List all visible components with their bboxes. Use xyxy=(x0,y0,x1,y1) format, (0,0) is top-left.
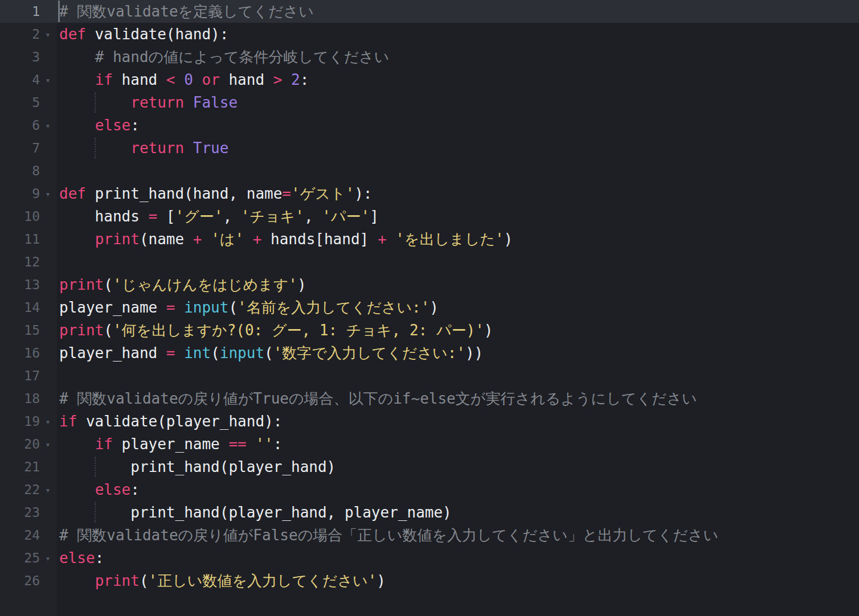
fold-arrow-icon[interactable]: ▾ xyxy=(41,114,55,137)
code-text[interactable]: def print_hand(hand, name='ゲスト'): xyxy=(57,182,859,205)
code-token: else xyxy=(95,117,131,134)
code-line[interactable]: 20▾ if player_name == '': xyxy=(0,433,859,455)
code-line[interactable]: 12 xyxy=(0,250,859,273)
line-gutter: 17 xyxy=(0,364,57,387)
code-line[interactable]: 22▾ else: xyxy=(0,478,859,501)
fold-arrow-icon[interactable]: ▾ xyxy=(41,547,55,570)
fold-arrow-icon[interactable]: ▾ xyxy=(41,69,55,92)
code-line[interactable]: 21 print_hand(player_hand) xyxy=(0,455,859,478)
code-token: ( xyxy=(228,299,238,316)
code-token: ( xyxy=(264,344,273,362)
code-token: print_hand(player_hand, player_name) xyxy=(59,504,452,521)
code-line[interactable]: 19▾if validate(player_hand): xyxy=(0,410,859,433)
fold-arrow-icon[interactable]: ▾ xyxy=(41,183,55,206)
code-text[interactable] xyxy=(57,250,859,273)
code-text[interactable]: print('じゃんけんをはじめます') xyxy=(57,273,859,296)
code-line[interactable]: 5 return False xyxy=(0,91,859,114)
code-editor[interactable]: 1# 関数validateを定義してください2▾def validate(han… xyxy=(0,0,859,616)
fold-arrow-icon[interactable]: ▾ xyxy=(41,23,55,46)
code-text[interactable]: else: xyxy=(57,478,859,501)
code-text[interactable]: # 関数validateの戻り値がTrueの場合、以下のif~else文が実行さ… xyxy=(57,387,859,410)
code-text[interactable]: if player_name == '': xyxy=(57,433,859,455)
code-text[interactable]: print('何を出しますか?(0: グー, 1: チョキ, 2: パー)') xyxy=(57,319,859,342)
code-line[interactable]: 11 print(name + 'は' + hands[hand] + 'を出し… xyxy=(0,228,859,250)
code-token: if xyxy=(59,413,77,430)
code-line[interactable]: 1# 関数validateを定義してください xyxy=(0,0,859,23)
code-text[interactable]: return True xyxy=(57,137,859,159)
fold-arrow-icon[interactable]: ▾ xyxy=(41,479,55,502)
code-token: '名前を入力してください:' xyxy=(238,299,429,316)
code-line[interactable]: 6▾ else: xyxy=(0,114,859,137)
code-text[interactable]: def validate(hand): xyxy=(57,23,859,46)
code-token: '何を出しますか?(0: グー, 1: チョキ, 2: パー)' xyxy=(113,322,484,339)
line-gutter: 1 xyxy=(0,0,57,23)
code-line[interactable]: 17 xyxy=(0,364,859,387)
code-line[interactable]: 9▾def print_hand(hand, name='ゲスト'): xyxy=(0,182,859,205)
code-token: input xyxy=(184,299,228,316)
code-text[interactable]: else: xyxy=(57,114,859,137)
code-text[interactable]: print_hand(player_hand, player_name) xyxy=(57,501,859,524)
code-line[interactable]: 25▾else: xyxy=(0,547,859,569)
code-token: if xyxy=(95,436,113,453)
line-number: 11 xyxy=(24,228,40,250)
line-number: 4 xyxy=(32,68,40,91)
code-line[interactable]: 18# 関数validateの戻り値がTrueの場合、以下のif~else文が実… xyxy=(0,387,859,410)
line-gutter: 20▾ xyxy=(0,433,57,455)
code-text[interactable]: print_hand(player_hand) xyxy=(57,455,859,478)
code-token: 0 xyxy=(184,71,193,88)
code-line[interactable]: 16player_hand = int(input('数字で入力してください:'… xyxy=(0,342,859,364)
code-token: 'グー' xyxy=(175,208,223,225)
code-token xyxy=(387,231,396,248)
code-line[interactable]: 4▾ if hand < 0 or hand > 2: xyxy=(0,68,859,91)
code-text[interactable]: if validate(player_hand): xyxy=(57,410,859,433)
code-line[interactable]: 10 hands = ['グー', 'チョキ', 'パー'] xyxy=(0,205,859,228)
code-text[interactable]: return False xyxy=(57,91,859,114)
code-line[interactable]: 13print('じゃんけんをはじめます') xyxy=(0,273,859,296)
code-line[interactable]: 15print('何を出しますか?(0: グー, 1: チョキ, 2: パー)'… xyxy=(0,319,859,342)
code-text[interactable]: print(name + 'は' + hands[hand] + 'を出しました… xyxy=(57,228,859,250)
code-line[interactable]: 26 print('正しい数値を入力してください') xyxy=(0,569,859,592)
line-number: 16 xyxy=(24,342,40,364)
code-text[interactable]: if hand < 0 or hand > 2: xyxy=(57,68,859,91)
code-token: = xyxy=(149,208,158,225)
code-text[interactable]: print('正しい数値を入力してください') xyxy=(57,569,859,592)
code-text[interactable]: else: xyxy=(57,547,859,569)
code-text[interactable]: # 関数validateの戻り値がFalseの場合「正しい数値を入力してください… xyxy=(57,524,859,547)
line-gutter: 10 xyxy=(0,205,57,228)
code-token: ( xyxy=(140,572,149,589)
code-text[interactable]: hands = ['グー', 'チョキ', 'パー'] xyxy=(57,205,859,228)
line-number: 2 xyxy=(32,23,40,46)
code-token: print_hand(player_hand) xyxy=(59,458,336,475)
code-line[interactable]: 23 print_hand(player_hand, player_name) xyxy=(0,501,859,524)
line-number: 24 xyxy=(24,524,40,547)
code-line[interactable]: 3 # handの値によって条件分岐してください xyxy=(0,46,859,68)
fold-arrow-icon[interactable]: ▾ xyxy=(41,433,55,456)
code-token xyxy=(247,436,256,453)
code-token: ( xyxy=(104,276,113,293)
code-text[interactable] xyxy=(57,364,859,387)
line-number: 9 xyxy=(32,182,40,205)
line-number: 15 xyxy=(24,319,40,342)
code-token: print xyxy=(95,572,140,589)
code-token: > xyxy=(273,71,283,88)
code-text[interactable]: player_hand = int(input('数字で入力してください:')) xyxy=(57,342,859,364)
code-line[interactable]: 2▾def validate(hand): xyxy=(0,23,859,46)
line-number: 13 xyxy=(24,273,40,296)
code-text[interactable]: # 関数validateを定義してください xyxy=(57,0,859,23)
code-token xyxy=(59,572,95,589)
fold-arrow-icon[interactable]: ▾ xyxy=(41,410,55,433)
code-text[interactable]: # handの値によって条件分岐してください xyxy=(57,46,859,68)
code-line[interactable]: 14player_name = input('名前を入力してください:') xyxy=(0,296,859,319)
code-token: = xyxy=(282,185,291,202)
code-token xyxy=(175,299,185,316)
code-token: < xyxy=(166,71,175,88)
code-line[interactable]: 8 xyxy=(0,159,859,182)
code-text[interactable] xyxy=(57,159,859,182)
code-line[interactable]: 7 return True xyxy=(0,137,859,159)
code-token: if xyxy=(95,71,113,88)
code-token: (name xyxy=(140,231,193,248)
code-line[interactable]: 24# 関数validateの戻り値がFalseの場合「正しい数値を入力してくだ… xyxy=(0,524,859,547)
code-token xyxy=(59,481,95,498)
code-token xyxy=(193,71,202,88)
code-text[interactable]: player_name = input('名前を入力してください:') xyxy=(57,296,859,319)
